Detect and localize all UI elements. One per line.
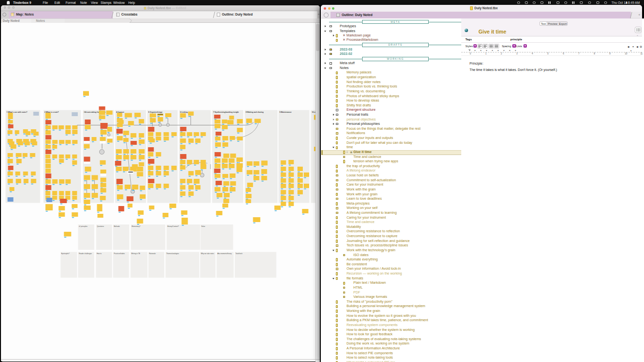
svg-text:Why we take notes: Why we take notes — [201, 253, 214, 255]
svg-text:Writing in TB: Writing in TB — [131, 253, 140, 255]
svg-text:5 Organize/triage: 5 Organize/triage — [148, 111, 162, 113]
svg-text:Epistrophe?: Epistrophe? — [61, 253, 70, 255]
svg-text:Questions: Questions — [97, 225, 104, 227]
svg-text:x1 principles: x1 principles — [79, 225, 87, 227]
svg-text:How to: How to — [96, 253, 101, 255]
svg-text:9 Maintenance: 9 Maintenance — [279, 111, 292, 113]
svg-text:Themes/analogies: Themes/analogies — [166, 253, 179, 255]
svg-text:Methods: Methods — [114, 225, 120, 227]
svg-text:History/Context?: History/Context? — [167, 225, 179, 227]
svg-text:Rationale: Rationale — [149, 253, 156, 255]
svg-text:6 Linking: 6 Linking — [180, 111, 188, 113]
svg-text:Elementary?: Elementary? — [131, 225, 140, 227]
svg-text:Aha moments/theory: Aha moments/theory — [217, 253, 232, 255]
svg-text:Practices/habits: Practices/habits — [114, 253, 125, 255]
svg-text:8 Making and sharing: 8 Making and sharing — [245, 111, 263, 113]
svg-text:Tools/tech: Tools/tech — [235, 253, 243, 255]
svg-text:7 Synthesizing/working insight: 7 Synthesizing/working insight — [213, 111, 239, 113]
svg-text:Value: Value — [201, 225, 205, 227]
svg-text:Reader challenges: Reader challenges — [79, 253, 92, 255]
